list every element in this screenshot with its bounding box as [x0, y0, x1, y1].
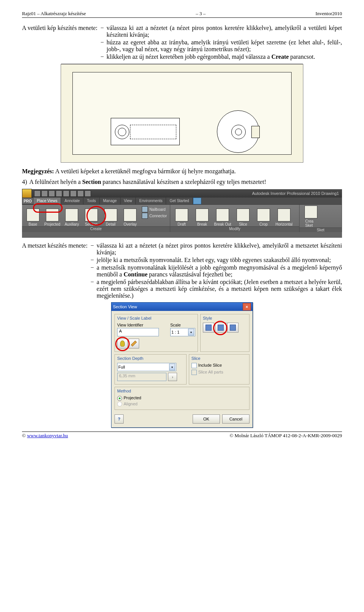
ribbon-auxiliary-button[interactable]: Auxiliary	[63, 206, 81, 226]
create-keyword: Create	[271, 53, 289, 60]
ribbon-create-sketch-button[interactable]: Crea Sket	[301, 206, 321, 228]
dialog-close-button[interactable]: ×	[243, 303, 251, 311]
dialog-ok-button[interactable]: OK	[193, 414, 220, 424]
breakout-icon	[216, 209, 229, 221]
scale-value: 1 : 1	[171, 330, 179, 334]
qat-open-icon[interactable]	[41, 190, 48, 197]
qat-undo-icon[interactable]	[56, 190, 62, 197]
slice-group-title: Slice	[191, 356, 247, 361]
auxiliary-view-icon	[65, 209, 78, 221]
depth-distance-input: 6,35 mm	[117, 373, 166, 381]
depth-flyout-button[interactable]: ›	[168, 373, 177, 381]
connector-icon	[142, 213, 148, 219]
projection-steps-intro: A vetületi kép készítés menete: válassza…	[22, 25, 342, 61]
tab-view[interactable]: View	[121, 198, 136, 204]
projection-steps-list: válassza ki azt a nézetet (a nézet piros…	[100, 25, 342, 61]
ribbon-detail-button[interactable]: Detail	[101, 206, 120, 226]
ribbon-break-button[interactable]: Break	[192, 206, 212, 226]
section-bullet-1: válassza ki azt a nézetet (a nézet piros…	[91, 242, 342, 256]
projection-bullet-1: válassza ki azt a nézetet (a nézet piros…	[100, 25, 342, 38]
ribbon-slice-button[interactable]: Slice	[233, 206, 253, 226]
tab-get-started[interactable]: Get Started	[166, 198, 193, 204]
section-steps-list: válassza ki azt a nézetet (a nézet piros…	[91, 242, 342, 300]
page-footer: © www.tankonyvtar.hu © Molnár László TÁM…	[22, 432, 342, 439]
chevron-down-icon: ▾	[188, 329, 194, 336]
dialog-title: Section View	[113, 304, 137, 309]
section-depth-group-title: Section Depth	[117, 356, 184, 361]
ribbon-breakout-button[interactable]: Break Out	[213, 206, 232, 226]
header-right: Inventor2010	[315, 11, 342, 17]
draft-icon	[175, 209, 188, 221]
header-left: Rajz01 – Alkatrészrajz készítése	[22, 11, 86, 17]
scale-label: Scale	[170, 323, 195, 327]
nailboard-icon	[142, 206, 148, 212]
note-paragraph: Megjegyzés: A vetületi képeket a keretük…	[22, 168, 342, 175]
sketch-icon	[304, 206, 317, 218]
tab-workspace-icon[interactable]	[193, 198, 201, 204]
qat-print-icon[interactable]	[70, 190, 77, 197]
qat-select-icon[interactable]	[77, 190, 84, 197]
footer-copyright-symbol: ©	[22, 433, 26, 438]
ribbon-section-button[interactable]: Section	[82, 206, 100, 226]
ribbon-horizontal-button[interactable]: Horizontal	[274, 206, 294, 226]
method-aligned-radio: Aligned	[117, 402, 247, 407]
section-bullet-4: a megjelenő párbeszédablakban állítsa be…	[91, 279, 342, 299]
detail-view-icon	[104, 209, 117, 221]
ribbon-base-button[interactable]: Base	[24, 206, 42, 226]
ribbon-overlay-button[interactable]: Overlay	[121, 206, 140, 226]
ribbon-crop-button[interactable]: Crop	[254, 206, 273, 226]
projection-bullet-3: klikkeljen az új nézet keretében jobb eg…	[100, 53, 342, 60]
ribbon-projected-button[interactable]: Projected	[43, 206, 61, 226]
style-hidden-line-button[interactable]	[203, 323, 214, 333]
ribbon-draft-button[interactable]: Draft	[172, 206, 191, 226]
section-depth-select[interactable]: Full ▾	[117, 363, 176, 371]
method-group-title: Method	[117, 389, 247, 393]
projected-view-icon	[46, 209, 59, 221]
edit-view-label-button[interactable]	[129, 339, 139, 348]
pencil-icon	[131, 341, 137, 347]
qat-redo-icon[interactable]	[63, 190, 69, 197]
tab-annotate[interactable]: Annotate	[61, 198, 83, 204]
view-label-toggle-button[interactable]	[117, 339, 128, 348]
style-group-title: Style	[203, 316, 247, 320]
pro-badge[interactable]: PRO	[22, 198, 33, 204]
tab-place-views[interactable]: Place Views	[33, 198, 61, 204]
part-side-view	[111, 118, 180, 145]
ribbon-group-sketch-label: Sket	[300, 228, 342, 232]
projection-bullet-2: húzza az egeret abba az irányba, amelyik…	[100, 39, 342, 53]
footer-right: © Molnár László TÁMOP 412-08-2-A-KMR-200…	[229, 433, 342, 439]
slice-icon	[237, 209, 249, 221]
dialog-cancel-button[interactable]: Cancel	[222, 414, 249, 424]
break-icon	[196, 209, 209, 221]
section-steps-intro: A metszet készítés menete: válassza ki a…	[22, 242, 342, 300]
view-identifier-input[interactable]: A	[117, 328, 159, 336]
lightbulb-icon	[120, 341, 125, 347]
drawing-preview-image	[61, 64, 303, 163]
tab-environments[interactable]: Environments	[136, 198, 166, 204]
ribbon-nailboard-button[interactable]: Nailboard	[142, 206, 167, 212]
view-scale-group-title: View / Scale Label	[117, 316, 195, 320]
chevron-down-icon: ▾	[169, 364, 175, 370]
style-hidden-removed-button[interactable]	[215, 323, 226, 333]
qat-more-icon[interactable]	[85, 190, 91, 197]
dialog-help-button[interactable]: ?	[115, 414, 124, 424]
overlay-view-icon	[124, 209, 136, 221]
base-view-icon	[27, 209, 39, 221]
section-view-icon	[85, 209, 98, 221]
tab-manage[interactable]: Manage	[100, 198, 121, 204]
app-title: Autodesk Inventor Professional 2010 Draw…	[252, 191, 339, 196]
section-depth-value: Full	[118, 365, 125, 369]
footer-link[interactable]: www.tankonyvtar.hu	[27, 433, 68, 438]
method-projected-radio[interactable]: Projected	[117, 395, 247, 401]
close-icon: ×	[246, 304, 248, 309]
tab-tools[interactable]: Tools	[83, 198, 99, 204]
part-front-view	[217, 110, 259, 153]
scale-select[interactable]: 1 : 1 ▾	[170, 328, 195, 336]
style-shaded-button[interactable]	[227, 323, 238, 333]
qat-save-icon[interactable]	[49, 190, 55, 197]
qat-new-icon[interactable]	[34, 190, 41, 197]
inventor-logo-icon[interactable]	[22, 189, 32, 198]
horizontal-icon	[278, 209, 290, 221]
ribbon-connector-button[interactable]: Connector	[142, 213, 167, 219]
include-slice-checkbox[interactable]: Include Slice	[191, 363, 247, 368]
